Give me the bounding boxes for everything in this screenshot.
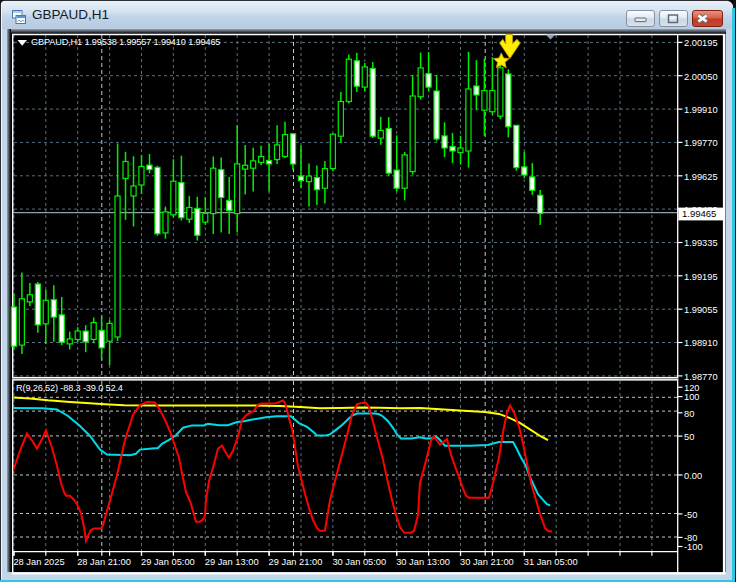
svg-text:1.99055: 1.99055 <box>684 305 718 315</box>
svg-text:0.00: 0.00 <box>684 471 702 481</box>
svg-text:1.99625: 1.99625 <box>684 172 718 182</box>
svg-text:1.98770: 1.98770 <box>684 372 718 382</box>
svg-text:30 Jan 05:00: 30 Jan 05:00 <box>332 557 386 567</box>
svg-text:1.99195: 1.99195 <box>684 272 718 282</box>
svg-text:30 Jan 13:00: 30 Jan 13:00 <box>396 557 450 567</box>
svg-text:1.99770: 1.99770 <box>684 138 718 148</box>
svg-text:2.00050: 2.00050 <box>684 72 718 82</box>
svg-text:30 Jan 21:00: 30 Jan 21:00 <box>460 557 514 567</box>
svg-text:100: 100 <box>684 392 700 402</box>
svg-text:1.99910: 1.99910 <box>684 105 718 115</box>
svg-text:50: 50 <box>684 432 694 442</box>
svg-text:GBPAUD,H1 1.99538 1.99557 1.9: GBPAUD,H1 1.99538 1.99557 1.99410 1.9946… <box>31 37 220 47</box>
svg-text:1.99335: 1.99335 <box>684 238 718 248</box>
svg-text:31 Jan 05:00: 31 Jan 05:00 <box>524 557 578 567</box>
svg-text:-50: -50 <box>684 510 697 520</box>
svg-text:29 Jan 05:00: 29 Jan 05:00 <box>141 557 195 567</box>
svg-text:28 Jan 2025: 28 Jan 2025 <box>13 557 64 567</box>
svg-text:29 Jan 13:00: 29 Jan 13:00 <box>205 557 259 567</box>
svg-text:80: 80 <box>684 409 694 419</box>
svg-text:29 Jan 21:00: 29 Jan 21:00 <box>269 557 323 567</box>
svg-text:1.98910: 1.98910 <box>684 338 718 348</box>
svg-text:2.00195: 2.00195 <box>684 38 718 48</box>
svg-text:1.99465: 1.99465 <box>682 208 716 219</box>
svg-text:28 Jan 21:00: 28 Jan 21:00 <box>77 557 131 567</box>
svg-text:R(9,26,52) -88.3 -39.0 52.4: R(9,26,52) -88.3 -39.0 52.4 <box>16 383 123 393</box>
svg-text:-100: -100 <box>684 542 703 552</box>
